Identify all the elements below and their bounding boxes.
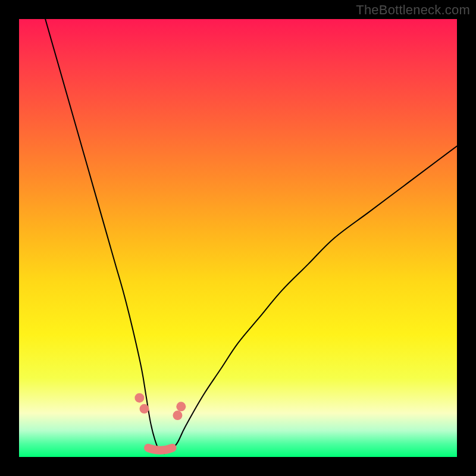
trough-dot bbox=[134, 393, 144, 403]
trough-dot bbox=[176, 402, 186, 411]
plot-area bbox=[19, 19, 457, 457]
watermark-text: TheBottleneck.com bbox=[356, 2, 470, 18]
trough-dot bbox=[140, 404, 149, 414]
bottleneck-curve bbox=[45, 19, 457, 453]
chart-frame: TheBottleneck.com bbox=[0, 0, 476, 476]
trough-band bbox=[148, 448, 172, 450]
trough-dot bbox=[173, 411, 182, 420]
curve-layer bbox=[19, 19, 457, 457]
